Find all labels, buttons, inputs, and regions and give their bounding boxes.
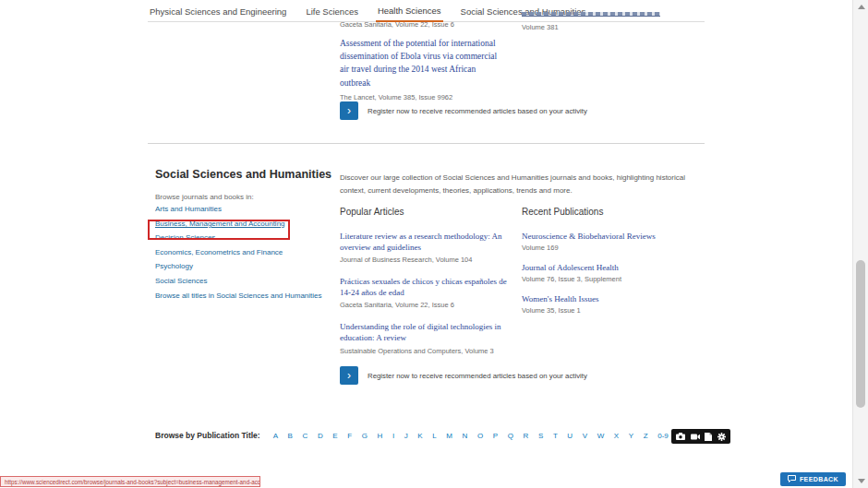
register-cta[interactable]: › Register now to receive recommended ar…: [340, 101, 587, 120]
article-title-link[interactable]: Literature review as a research methodol…: [340, 232, 517, 253]
letter-link[interactable]: N: [463, 432, 468, 440]
scrollbar-thumb[interactable]: [856, 260, 865, 408]
letter-link[interactable]: G: [362, 432, 368, 440]
publication-detail: Volume 169: [522, 244, 677, 253]
subject-link[interactable]: Economics, Econometrics and Finance: [155, 248, 321, 256]
recent-publications-heading: Recent Publications: [522, 207, 677, 217]
health-recent-publication: Volume 381: [522, 12, 665, 32]
letter-link[interactable]: E: [332, 432, 337, 440]
subject-tab[interactable]: Physical Sciences and Engineering: [148, 3, 288, 21]
camera-icon[interactable]: [676, 433, 685, 440]
letter-link[interactable]: A: [273, 432, 278, 440]
register-cta-label: Register now to receive recommended arti…: [368, 372, 587, 380]
subject-link[interactable]: Psychology: [155, 262, 321, 270]
article-item: Prácticas sexuales de chicos y chicas es…: [340, 277, 517, 310]
article-source: Journal of Business Research, Volume 104: [340, 256, 517, 265]
health-popular-article: Gaceta Sanitaria, Volume 22, Issue 6 Ass…: [340, 20, 499, 102]
feedback-button[interactable]: FEEDBACK: [780, 472, 846, 486]
subject-tab[interactable]: Health Sciences: [376, 2, 443, 22]
letter-link[interactable]: B: [288, 432, 293, 440]
chevron-right-icon[interactable]: ›: [340, 101, 358, 120]
letter-link[interactable]: L: [432, 432, 436, 440]
letter-link[interactable]: H: [378, 432, 383, 440]
section-divider: [148, 143, 705, 144]
letter-link[interactable]: Z: [644, 432, 648, 440]
article-item: Literature review as a research methodol…: [340, 232, 517, 265]
subject-link-list: Arts and HumanitiesBusiness, Management …: [155, 205, 321, 305]
article-title-link[interactable]: Assessment of the potential for internat…: [340, 37, 499, 89]
subject-tab[interactable]: Life Sciences: [304, 3, 360, 21]
article-context: Gaceta Sanitaria, Volume 22, Issue 6: [340, 20, 499, 30]
publication-item: Neuroscience & Biobehavioral Reviews Vol…: [522, 232, 677, 253]
article-source: Gaceta Sanitaria, Volume 22, Issue 6: [340, 301, 517, 310]
letter-link[interactable]: W: [597, 432, 605, 440]
clipped-journal-link[interactable]: [522, 12, 660, 17]
scroll-down-arrow-icon[interactable]: [858, 479, 865, 483]
article-title-link[interactable]: Prácticas sexuales de chicos y chicas es…: [340, 277, 517, 298]
letter-link-list: ABCDEFGHIJKLMNOPQRSTUVWXYZ0-9: [273, 432, 669, 440]
article-source: Sustainable Operations and Computers, Vo…: [340, 347, 517, 356]
letter-link[interactable]: I: [392, 432, 394, 440]
publication-item: Women's Health Issues Volume 35, Issue 1: [522, 294, 677, 315]
letter-link[interactable]: K: [417, 432, 422, 440]
letter-link[interactable]: F: [347, 432, 352, 440]
subject-link[interactable]: Arts and Humanities: [155, 205, 321, 213]
letter-link[interactable]: C: [303, 432, 308, 440]
scroll-up-arrow-icon[interactable]: [858, 5, 865, 9]
register-cta[interactable]: › Register now to receive recommended ar…: [340, 366, 587, 385]
browse-by-title-label: Browse by Publication Title:: [155, 431, 260, 440]
section-heading: Social Sciences and Humanities: [155, 168, 332, 181]
capture-toolbar-overlay: [671, 429, 730, 444]
subject-link[interactable]: Business, Management and Accounting: [155, 220, 321, 228]
browse-in-label: Browse journals and books in:: [155, 193, 254, 201]
recent-publications-list: Neuroscience & Biobehavioral Reviews Vol…: [522, 232, 677, 315]
popular-articles-column: Popular Articles Literature review as a …: [340, 207, 517, 368]
letter-link[interactable]: V: [583, 432, 587, 440]
letter-link[interactable]: O: [477, 432, 483, 440]
speech-bubble-icon: [788, 475, 796, 483]
letter-link[interactable]: D: [318, 432, 323, 440]
letter-link[interactable]: M: [446, 432, 452, 440]
letter-link[interactable]: P: [493, 432, 498, 440]
letter-link[interactable]: 0-9: [657, 432, 669, 440]
letter-link[interactable]: R: [524, 432, 529, 440]
chevron-right-icon[interactable]: ›: [340, 366, 358, 385]
letter-link[interactable]: S: [538, 432, 543, 440]
subject-link[interactable]: Browse all titles in Social Sciences and…: [155, 292, 321, 300]
page: Physical Sciences and EngineeringLife Sc…: [0, 0, 868, 488]
feedback-label: FEEDBACK: [800, 476, 838, 482]
letter-link[interactable]: X: [614, 432, 619, 440]
letter-link[interactable]: T: [553, 432, 558, 440]
status-bar-url: https://www.sciencedirect.com/browse/jou…: [0, 476, 260, 487]
subject-link[interactable]: Decision Sciences: [155, 233, 321, 242]
publication-detail: Volume 381: [522, 23, 665, 32]
letter-link[interactable]: J: [404, 432, 408, 440]
publication-title-link[interactable]: Neuroscience & Biobehavioral Reviews: [522, 232, 677, 242]
section-description: Discover our large collection of Social …: [340, 172, 689, 197]
letter-link[interactable]: Y: [629, 432, 633, 440]
publication-title-link[interactable]: Women's Health Issues: [522, 294, 677, 304]
article-title-link[interactable]: Understanding the role of digital techno…: [340, 322, 517, 343]
gear-icon[interactable]: [717, 433, 726, 441]
publication-detail: Volume 35, Issue 1: [522, 306, 677, 315]
letter-link[interactable]: U: [567, 432, 573, 440]
browse-by-title-bar: Browse by Publication Title: ABCDEFGHIJK…: [155, 431, 669, 440]
publication-title-link[interactable]: Journal of Adolescent Health: [522, 263, 677, 273]
popular-articles-list: Literature review as a research methodol…: [340, 232, 517, 356]
publication-detail: Volume 76, Issue 3, Supplement: [522, 275, 677, 284]
publication-item: Journal of Adolescent Health Volume 76, …: [522, 263, 677, 284]
scrollbar[interactable]: [852, 0, 868, 488]
subject-link[interactable]: Social Sciences: [155, 277, 321, 285]
video-camera-icon[interactable]: [691, 434, 700, 440]
popular-articles-heading: Popular Articles: [340, 207, 517, 217]
recent-publications-column: Recent Publications Neuroscience & Biobe…: [522, 207, 677, 326]
article-item: Understanding the role of digital techno…: [340, 322, 517, 355]
document-icon[interactable]: [705, 433, 712, 441]
register-cta-label: Register now to receive recommended arti…: [368, 107, 587, 115]
letter-link[interactable]: Q: [508, 432, 513, 440]
